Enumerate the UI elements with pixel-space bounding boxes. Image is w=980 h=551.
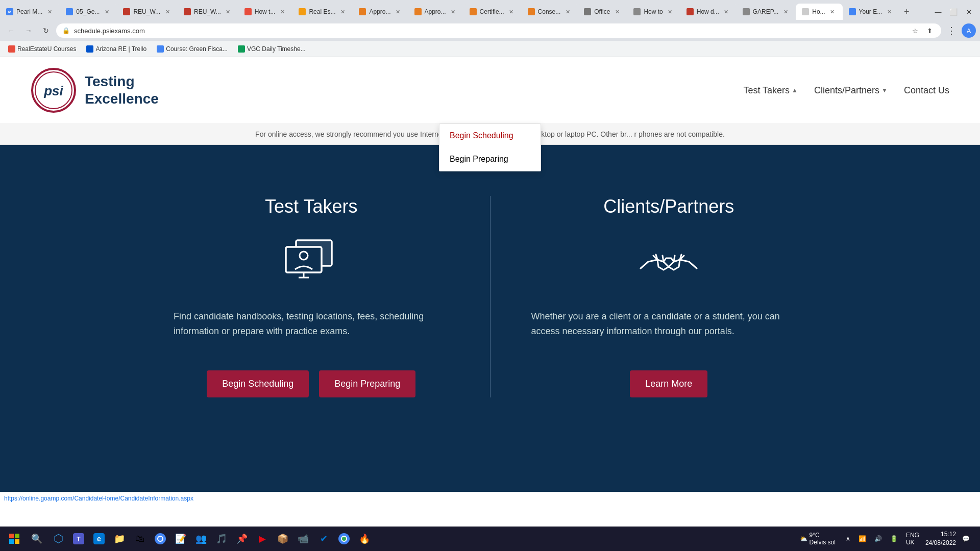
tab-reu-w1[interactable]: REU_W... ✕ (117, 4, 178, 20)
weather-location: Delvis sol (810, 539, 836, 546)
tray-expand[interactable]: ∧ (844, 534, 852, 543)
clients-partners-buttons: Learn More (630, 370, 707, 397)
begin-scheduling-button[interactable]: Begin Scheduling (207, 370, 309, 397)
taskbar-teams2[interactable]: 👥 (192, 530, 210, 548)
clock-date: 24/08/2022 (925, 539, 956, 547)
taskbar-pinterest[interactable]: 📌 (233, 530, 251, 548)
taskbar-chrome2[interactable] (335, 530, 353, 548)
bookmark-realestateU[interactable]: RealEstateU Courses (4, 44, 80, 54)
dropdown-menu: Begin Scheduling Begin Preparing (439, 123, 541, 171)
tab-reu-w2[interactable]: REU_W... ✕ (178, 4, 238, 20)
svg-point-20 (158, 537, 162, 541)
close-button[interactable]: ✕ (962, 5, 976, 19)
test-takers-section: Test Takers (133, 176, 490, 418)
clients-partners-description: Whether you are a client or a candidate … (531, 309, 807, 350)
svg-text:T: T (77, 536, 81, 543)
dropdown-begin-scheduling[interactable]: Begin Scheduling (439, 124, 541, 147)
refresh-button[interactable]: ↻ (39, 23, 53, 38)
taskbar-chrome[interactable] (151, 530, 169, 548)
website: psi Testing Excellence Test Takers ▲ Cli… (0, 57, 980, 504)
taskbar-todo[interactable]: ✔ (314, 530, 333, 548)
nav-contact-us[interactable]: Contact Us (904, 81, 949, 100)
taskbar-store[interactable]: 🛍 (131, 530, 149, 548)
taskbar-amazon[interactable]: 📦 (274, 530, 292, 548)
tab-youre[interactable]: Your E... ✕ (843, 4, 900, 20)
tab-office[interactable]: Office ✕ (578, 4, 627, 20)
tray-network[interactable]: 📶 (856, 534, 868, 543)
svg-rect-11 (15, 534, 19, 538)
learn-more-button[interactable]: Learn More (630, 370, 707, 397)
clock-time: 15:12 (925, 530, 956, 539)
bookmark-course-green[interactable]: Course: Green Fisca... (153, 44, 232, 54)
tab-garep[interactable]: GAREP... ✕ (737, 4, 796, 20)
site-header: psi Testing Excellence Test Takers ▲ Cli… (0, 57, 980, 124)
tray-language[interactable]: ENG UK (904, 531, 921, 547)
maximize-button[interactable]: ⬜ (946, 5, 961, 19)
address-bar-row: ← → ↻ 🔒 schedule.psiexams.com ☆ ⬆ ⋮ A (0, 20, 980, 41)
nav-clients-partners[interactable]: Clients/Partners ▼ (814, 81, 888, 100)
tab-pearl[interactable]: M Pearl M... ✕ (0, 4, 60, 20)
share-icon[interactable]: ⬆ (924, 25, 935, 36)
taskbar-spotify[interactable]: 🎵 (212, 530, 231, 548)
taskbar-teams[interactable]: T (69, 530, 88, 548)
tab-howto2[interactable]: How to ✕ (627, 4, 680, 20)
tab-howd[interactable]: How d... ✕ (680, 4, 737, 20)
svg-rect-12 (9, 539, 14, 544)
dropdown-begin-preparing[interactable]: Begin Preparing (439, 147, 541, 171)
taskbar-edge[interactable]: e (90, 530, 108, 548)
svg-rect-10 (9, 534, 14, 538)
system-clock[interactable]: 15:12 24/08/2022 (925, 530, 956, 547)
address-actions: ☆ ⬆ (910, 25, 935, 36)
test-takers-icon (281, 238, 342, 289)
logo-area: psi Testing Excellence (31, 67, 159, 113)
taskbar-file-explorer[interactable]: 📁 (110, 530, 129, 548)
site-nav: Test Takers ▲ Clients/Partners ▼ Contact… (743, 81, 949, 100)
nav-test-takers[interactable]: Test Takers ▲ (743, 81, 798, 100)
new-tab-button[interactable]: + (899, 5, 914, 19)
url-text: schedule.psiexams.com (74, 27, 905, 35)
taskbar-sticky-notes[interactable]: 📝 (172, 530, 190, 548)
windows-start-button[interactable] (4, 529, 24, 549)
extension-icon[interactable]: ⋮ (944, 23, 959, 38)
profile-icon[interactable]: A (962, 23, 976, 38)
clients-partners-icon (638, 238, 699, 289)
taskbar-search-button[interactable]: 🔍 (27, 529, 47, 549)
minimize-button[interactable]: — (931, 5, 945, 19)
bookmark-star-icon[interactable]: ☆ (910, 25, 921, 36)
forward-button[interactable]: → (21, 23, 36, 38)
main-content: Test Takers (0, 145, 980, 492)
tab-reales[interactable]: Real Es... ✕ (292, 4, 353, 20)
tab-certifie[interactable]: Certifie... ✕ (463, 4, 522, 20)
tray-battery[interactable]: 🔋 (888, 534, 900, 543)
taskbar-netflix[interactable]: ▶ (253, 530, 272, 548)
bookmark-arizona-re[interactable]: Arizona RE | Trello (82, 44, 151, 54)
taskbar-zoom[interactable]: 📹 (294, 530, 312, 548)
tab-howt[interactable]: How t... ✕ (238, 4, 293, 20)
tab-bar: M Pearl M... ✕ 05_Ge... ✕ REU_W... ✕ REU… (0, 0, 980, 20)
taskbar-chrome3[interactable]: 🔥 (355, 530, 374, 548)
taskbar-cortana[interactable]: ⬡ (49, 530, 67, 548)
begin-preparing-button[interactable]: Begin Preparing (319, 370, 415, 397)
tab-05ge[interactable]: 05_Ge... ✕ (60, 4, 117, 20)
weather-widget[interactable]: ⛅ 9°C Delvis sol (800, 532, 836, 546)
back-button[interactable]: ← (4, 23, 18, 38)
svg-point-23 (342, 537, 346, 541)
tab-ho-active[interactable]: Ho... ✕ (796, 4, 842, 20)
bookmark-vgc[interactable]: VGC Daily Timeshe... (234, 44, 310, 54)
address-bar[interactable]: 🔒 schedule.psiexams.com ☆ ⬆ (56, 23, 941, 38)
taskbar: 🔍 ⬡ T e 📁 🛍 📝 👥 🎵 📌 ▶ 📦 📹 ✔ 🔥 (0, 527, 980, 551)
svg-rect-13 (15, 539, 19, 544)
tab-conse[interactable]: Conse... ✕ (522, 4, 578, 20)
tab-appro2[interactable]: Appro... ✕ (408, 4, 463, 20)
test-takers-buttons: Begin Scheduling Begin Preparing (207, 370, 415, 397)
weather-icon: ⛅ (800, 535, 807, 542)
status-bar: https://online.goamp.com/CandidateHome/C… (0, 492, 980, 504)
bookmarks-bar: RealEstateU Courses Arizona RE | Trello … (0, 41, 980, 57)
tab-appro1[interactable]: Appro... ✕ (353, 4, 408, 20)
browser-chrome: M Pearl M... ✕ 05_Ge... ✕ REU_W... ✕ REU… (0, 0, 980, 57)
test-takers-description: Find candidate handbooks, testing locati… (174, 309, 449, 350)
test-takers-chevron-icon: ▲ (792, 87, 798, 94)
tray-notification[interactable]: 💬 (960, 534, 972, 543)
tray-volume[interactable]: 🔊 (872, 534, 884, 543)
system-tray: ⛅ 9°C Delvis sol ∧ 📶 🔊 🔋 ENG UK 15:12 24… (800, 530, 976, 547)
